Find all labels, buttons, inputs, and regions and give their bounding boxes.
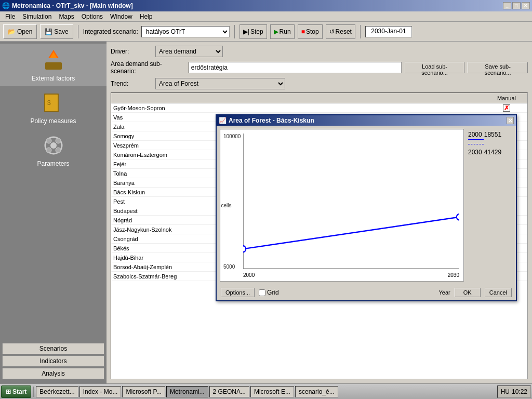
taskbar-item-6[interactable]: scenario_é... bbox=[295, 386, 338, 397]
maximize-button[interactable]: □ bbox=[512, 2, 521, 9]
list-header: Manual bbox=[111, 93, 527, 103]
chart-titlebar: 📈 Area of Forest - Bács-Kiskun ✕ bbox=[217, 115, 516, 126]
menu-file[interactable]: File bbox=[2, 12, 18, 21]
trend-row: Trend: Area of Forest bbox=[111, 78, 528, 89]
trend-label: Trend: bbox=[111, 80, 152, 87]
external-factors-icon bbox=[41, 48, 66, 73]
region-name: Győr-Moson-Sopron bbox=[111, 105, 486, 111]
taskbar: ⊞ Start Beérkezett... Index - Mo... Micr… bbox=[0, 383, 532, 399]
menu-help[interactable]: Help bbox=[137, 12, 156, 21]
chart-svg bbox=[243, 134, 459, 269]
stop-icon: ■ bbox=[301, 28, 305, 35]
taskbar-item-5[interactable]: Microsoft E... bbox=[250, 386, 294, 397]
subscenario-input[interactable] bbox=[189, 62, 402, 73]
minimize-button[interactable]: _ bbox=[503, 2, 511, 9]
menu-maps[interactable]: Maps bbox=[56, 12, 77, 21]
taskbar-separator bbox=[33, 387, 34, 397]
save-button[interactable]: 💾 Save bbox=[40, 24, 73, 39]
sidebar-item-external-factors[interactable]: External factors bbox=[0, 44, 107, 86]
svg-line-14 bbox=[243, 217, 459, 249]
toolbar-separator-3 bbox=[360, 25, 361, 38]
chart-title: Area of Forest - Bács-Kiskun bbox=[229, 117, 314, 124]
svg-point-9 bbox=[56, 138, 61, 143]
list-row[interactable]: Győr-Moson-Sopron ✗ bbox=[111, 103, 527, 113]
title-bar: 🌐 Metronamica - OTrT_skv - [Main window]… bbox=[0, 0, 532, 11]
menu-simulation[interactable]: Simulation bbox=[19, 12, 55, 21]
svg-point-8 bbox=[46, 138, 51, 143]
svg-rect-0 bbox=[45, 62, 62, 70]
trend-select[interactable]: Area of Forest bbox=[155, 78, 285, 89]
menu-bar: File Simulation Maps Options Window Help bbox=[0, 11, 532, 22]
parameters-label: Parameters bbox=[37, 160, 69, 167]
taskbar-item-0[interactable]: Beérkezett... bbox=[36, 386, 78, 397]
open-button[interactable]: 📂 Open bbox=[3, 24, 37, 39]
sidebar-item-parameters[interactable]: Parameters bbox=[0, 129, 107, 171]
external-factors-label: External factors bbox=[32, 75, 75, 82]
legend-val-2: 41429 bbox=[484, 149, 501, 156]
taskbar-item-2-label: Microsoft P... bbox=[126, 388, 161, 395]
y-top-label: 100000 bbox=[223, 134, 241, 139]
taskbar-item-2[interactable]: Microsoft P... bbox=[122, 386, 165, 397]
cancel-button[interactable]: Cancel bbox=[485, 288, 512, 297]
taskbar-item-3-label: Metronami... bbox=[170, 388, 205, 395]
sidebar: External factors $ Policy measures bbox=[0, 42, 107, 383]
taskbar-item-1[interactable]: Index - Mo... bbox=[79, 386, 122, 397]
svg-point-16 bbox=[457, 214, 459, 220]
sidebar-bottom: Scenarios Indicators Analysis bbox=[0, 341, 107, 381]
menu-options[interactable]: Options bbox=[78, 12, 106, 21]
menu-window[interactable]: Window bbox=[107, 12, 136, 21]
title-bar-left: 🌐 Metronamica - OTrT_skv - [Main window] bbox=[2, 2, 133, 9]
scenarios-button[interactable]: Scenarios bbox=[2, 343, 104, 354]
subscenario-label: Area demand sub-scenario: bbox=[111, 60, 185, 75]
title-bar-controls[interactable]: _ □ ✕ bbox=[503, 2, 530, 9]
taskbar-item-4[interactable]: 2 GEONA... bbox=[209, 386, 249, 397]
chart-body: 100000 5000 cells bbox=[217, 126, 516, 285]
content-area: Driver: Area demand Area demand sub-scen… bbox=[107, 42, 532, 383]
reset-button[interactable]: ↺ Reset bbox=[326, 24, 355, 39]
step-icon: ▶| bbox=[243, 28, 249, 35]
indicators-button[interactable]: Indicators bbox=[2, 355, 104, 367]
parameters-icon bbox=[41, 133, 66, 158]
legend-year-1: 2000 bbox=[468, 131, 482, 138]
chart-popup: 📈 Area of Forest - Bács-Kiskun ✕ 100000 … bbox=[216, 114, 517, 301]
chart-area: 100000 5000 cells bbox=[220, 129, 464, 282]
grid-checkbox[interactable] bbox=[259, 289, 265, 296]
run-button[interactable]: ▶ Run bbox=[270, 24, 295, 39]
start-button[interactable]: ⊞ Start bbox=[1, 385, 31, 398]
sidebar-item-policy-measures[interactable]: $ Policy measures bbox=[0, 86, 107, 129]
windows-icon: ⊞ bbox=[6, 388, 11, 395]
taskbar-item-0-label: Beérkezett... bbox=[39, 388, 74, 395]
driver-row: Driver: Area demand bbox=[111, 46, 528, 57]
y-bottom-label: 5000 bbox=[223, 264, 235, 270]
options-button[interactable]: Options... bbox=[221, 288, 255, 297]
lang-indicator: HU bbox=[501, 388, 510, 395]
run-icon: ▶ bbox=[274, 28, 278, 35]
subscenario-row: Area demand sub-scenario: Load sub-scena… bbox=[111, 60, 528, 75]
integrated-scenario-select[interactable]: hatályos OTrT bbox=[141, 26, 230, 37]
driver-select[interactable]: Area demand bbox=[155, 46, 223, 57]
load-subscenario-button[interactable]: Load sub-scenario... bbox=[405, 62, 464, 73]
step-button[interactable]: ▶| Step bbox=[240, 24, 267, 39]
legend-year-2: 2030 bbox=[468, 149, 482, 156]
taskbar-item-3[interactable]: Metronami... bbox=[166, 386, 208, 397]
analysis-button[interactable]: Analysis bbox=[2, 368, 104, 379]
grid-checkbox-label: Grid bbox=[259, 289, 279, 296]
y-axis-label: cells bbox=[221, 203, 231, 208]
chart-legend: 2000 18551 2030 41429 bbox=[466, 129, 513, 282]
open-icon: 📂 bbox=[8, 28, 16, 35]
chart-close-button[interactable]: ✕ bbox=[507, 117, 514, 124]
ok-button[interactable]: OK bbox=[455, 288, 481, 297]
close-button[interactable]: ✕ bbox=[522, 2, 530, 9]
taskbar-item-1-label: Index - Mo... bbox=[83, 388, 118, 395]
integrated-scenario-label: Integrated scenario: bbox=[83, 28, 138, 35]
taskbar-item-5-label: Microsoft E... bbox=[254, 388, 290, 395]
save-subscenario-button[interactable]: Save sub-scenario... bbox=[468, 62, 528, 73]
svg-point-15 bbox=[243, 246, 246, 252]
app-title: Metronamica - OTrT_skv - [Main window] bbox=[12, 2, 133, 9]
stop-button[interactable]: ■ Stop bbox=[298, 24, 323, 39]
date-display: 2030-Jan-01 bbox=[365, 26, 412, 37]
legend-line-1 bbox=[468, 139, 484, 140]
manual-checkbox-0[interactable]: ✗ bbox=[486, 104, 527, 112]
clock: 10:22 bbox=[512, 388, 527, 395]
svg-point-10 bbox=[46, 148, 51, 153]
